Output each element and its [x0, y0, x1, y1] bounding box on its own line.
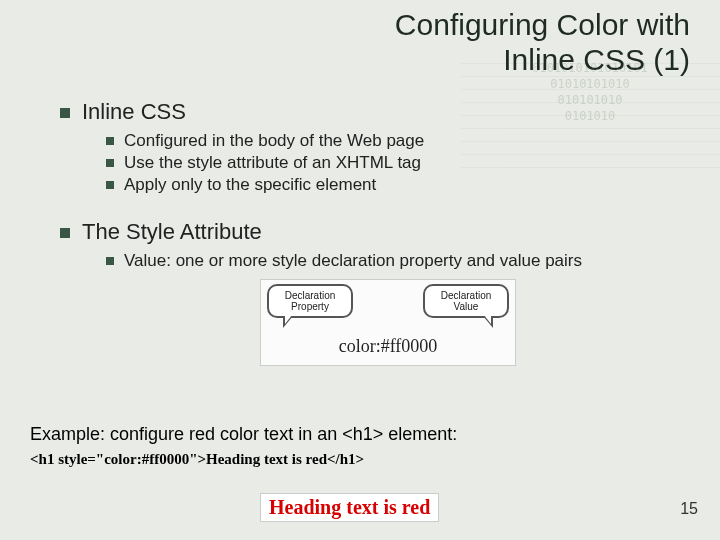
slide-title: Configuring Color with Inline CSS (1)	[0, 8, 690, 77]
list-item: Value: one or more style declaration pro…	[106, 251, 690, 271]
list-item: Apply only to the specific element	[106, 175, 690, 195]
speech-bubble-right: Declaration Value	[423, 284, 509, 318]
section-heading-style-attribute: The Style Attribute	[60, 219, 690, 245]
example-code: <h1 style="color:#ff0000">Heading text i…	[30, 451, 690, 468]
square-bullet-icon	[106, 257, 114, 265]
square-bullet-icon	[106, 137, 114, 145]
list-item: Configured in the body of the Web page	[106, 131, 690, 151]
section-heading-text: The Style Attribute	[82, 219, 262, 244]
declaration-diagram: Declaration Property Declaration Value c…	[260, 279, 516, 366]
section-heading-inline-css: Inline CSS	[60, 99, 690, 125]
square-bullet-icon	[60, 108, 70, 118]
section-heading-text: Inline CSS	[82, 99, 186, 124]
square-bullet-icon	[106, 181, 114, 189]
example-intro: Example: configure red color text in an …	[30, 424, 690, 445]
slide-body: Inline CSS Configured in the body of the…	[60, 95, 690, 374]
square-bullet-icon	[106, 159, 114, 167]
list-item: Use the style attribute of an XHTML tag	[106, 153, 690, 173]
speech-bubble-left: Declaration Property	[267, 284, 353, 318]
diagram-code-text: color:#ff0000	[267, 336, 509, 357]
title-line2: Inline CSS (1)	[503, 43, 690, 76]
rendered-output: Heading text is red	[260, 493, 439, 522]
square-bullet-icon	[60, 228, 70, 238]
page-number: 15	[680, 500, 698, 518]
title-line1: Configuring Color with	[395, 8, 690, 41]
example-block: Example: configure red color text in an …	[30, 424, 690, 468]
